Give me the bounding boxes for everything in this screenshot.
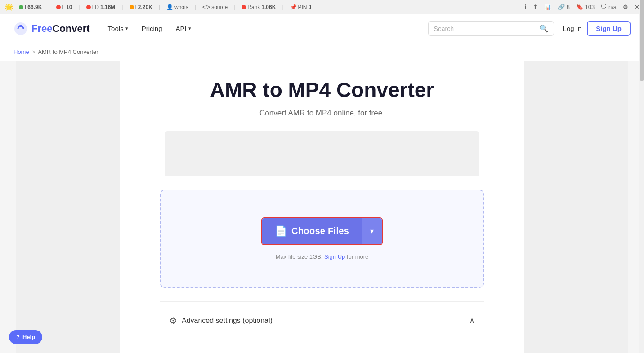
choose-files-dropdown-button[interactable]: ▾ [362,218,382,244]
svg-point-1 [19,25,22,27]
page-body: AMR to MP4 Converter Convert AMR to MP4 … [0,61,644,353]
breadcrumb: Home > AMR to MP4 Converter [0,43,644,61]
toolbar-metric-ld: LD 1.16M [86,4,116,10]
right-sidebar [524,61,628,353]
file-size-note: Max file size 1GB. Sign Up for more [276,253,369,260]
chevron-down-icon-api: ▾ [188,26,191,31]
svg-point-0 [14,22,27,35]
toolbar-metric-b: I 2.20K [130,4,152,10]
search-placeholder-text: Search [434,25,454,32]
breadcrumb-home[interactable]: Home [13,49,29,55]
logo-text: FreeConvert [31,23,90,35]
scrollbar-track[interactable] [639,0,644,353]
toolbar-sunburst: 🌟 [4,3,13,11]
chevron-down-icon: ▾ [370,227,374,235]
toolbar-metric-l: L 10 [56,4,72,10]
breadcrumb-separator: > [32,49,36,55]
search-box[interactable]: Search 🔍 [428,21,554,36]
drop-zone[interactable]: 📄 Choose Files ▾ Max file size 1GB. Sign… [160,190,484,288]
left-sidebar [16,61,120,353]
page-title: AMR to MP4 Converter [210,79,434,101]
choose-files-button[interactable]: 📄 Choose Files [262,218,362,244]
nav-links: Tools ▾ Pricing API ▾ [108,25,191,32]
scrollbar-thumb[interactable] [640,0,644,81]
nav-api[interactable]: API ▾ [176,25,191,32]
help-button[interactable]: ? Help [9,330,42,344]
ad-banner [165,131,479,176]
browser-toolbar: 🌟 I 66.9K | L 10 | LD 1.16M | I 2.20K | … [0,0,644,14]
nav-tools[interactable]: Tools ▾ [108,25,128,32]
toolbar-pin: 📌 PIN 0 [290,4,312,10]
search-icon: 🔍 [539,24,548,33]
toolbar-whois[interactable]: 👤 whois [166,4,188,10]
chevron-down-icon: ▾ [125,26,128,31]
toolbar-metric-i: I 66.9K [19,4,42,10]
advanced-settings: ⚙ Advanced settings (optional) ∧ [160,301,484,331]
chart-icon[interactable]: 📊 [544,4,551,10]
breadcrumb-current: AMR to MP4 Converter [38,49,98,55]
share-icon[interactable]: 🔗 8 [558,4,570,10]
search-area: Search 🔍 [428,21,554,36]
question-circle-icon: ? [16,334,20,340]
logo[interactable]: FreeConvert [13,22,90,36]
signup-link[interactable]: Sign Up [324,253,345,260]
bookmark-icon[interactable]: 🔖 103 [576,4,595,10]
login-button[interactable]: Log In [563,25,582,32]
settings-icon[interactable]: ⚙ [623,4,628,10]
toolbar-right-icons: ℹ ⬆ 📊 🔗 8 🔖 103 🛡 n/a ⚙ ✕ [524,4,640,10]
choose-files-wrapper: 📄 Choose Files ▾ [261,217,383,245]
signup-button[interactable]: Sign Up [587,21,631,36]
toolbar-source[interactable]: </> source [202,4,228,10]
nav-pricing[interactable]: Pricing [142,25,162,32]
page-subtitle: Convert AMR to MP4 online, for free. [259,109,385,118]
chevron-up-icon: ∧ [469,316,475,326]
file-icon: 📄 [275,225,287,237]
main-content: AMR to MP4 Converter Convert AMR to MP4 … [120,61,524,353]
advanced-settings-label: Advanced settings (optional) [182,317,273,325]
auth-buttons: Log In Sign Up [563,21,631,36]
toolbar-rank: Rank 1.06K [242,4,276,10]
upload-icon[interactable]: ⬆ [533,4,538,10]
info-icon[interactable]: ℹ [524,4,527,10]
navbar: FreeConvert Tools ▾ Pricing API ▾ Search… [0,14,644,43]
shield-icon[interactable]: 🛡 n/a [601,4,617,10]
gear-icon: ⚙ [169,315,177,326]
advanced-settings-header[interactable]: ⚙ Advanced settings (optional) ∧ [160,311,484,331]
advanced-settings-left: ⚙ Advanced settings (optional) [169,315,273,326]
